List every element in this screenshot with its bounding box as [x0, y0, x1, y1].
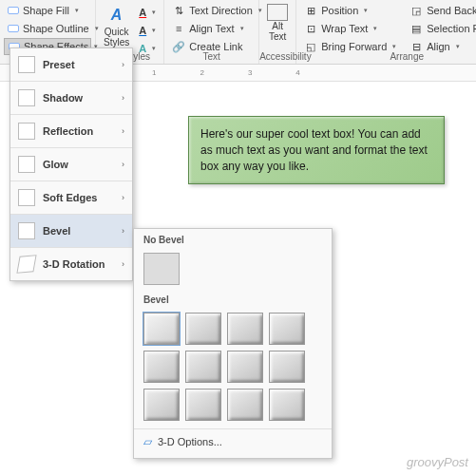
bevel-swatch[interactable] — [143, 313, 180, 345]
bevel-swatch[interactable] — [227, 389, 263, 421]
bevel-swatch[interactable] — [269, 313, 305, 345]
no-bevel-swatch[interactable] — [143, 253, 180, 285]
ruler-mark: 1 — [152, 68, 156, 77]
preset-icon — [18, 56, 35, 73]
quick-styles-label: Quick Styles — [104, 27, 129, 48]
accessibility-group: Alt Text Accessibility — [259, 0, 296, 64]
preset-menu-item[interactable]: Preset› — [10, 48, 132, 81]
chevron-right-icon: › — [122, 259, 124, 269]
3d-options-label: 3-D Options... — [158, 436, 222, 447]
text-group-label: Text — [164, 51, 258, 62]
3d-rotation-label: 3-D Rotation — [43, 258, 105, 270]
text-group: ⇅Text Direction ≡Align Text 🔗Create Link… — [164, 0, 259, 64]
text-direction-label: Text Direction — [189, 5, 253, 16]
bevel-swatch[interactable] — [143, 351, 180, 383]
wrap-text-icon: ⊡ — [304, 22, 317, 35]
text-box-shape[interactable]: Here's our super cool text box! You can … — [188, 116, 445, 184]
align-text-label: Align Text — [189, 23, 235, 34]
align-text-icon: ≡ — [172, 22, 185, 35]
bevel-submenu: No Bevel Bevel 3-D Options... — [133, 228, 333, 459]
selection-pane-button[interactable]: ▤Selection Pane — [406, 20, 476, 37]
quick-styles-icon: A — [105, 4, 128, 27]
text-box-content: Here's our super cool text box! You can … — [200, 127, 428, 173]
chevron-right-icon: › — [122, 226, 124, 236]
soft-edges-icon — [18, 189, 35, 206]
shadow-icon — [18, 89, 35, 106]
soft-edges-menu-item[interactable]: Soft Edges› — [10, 181, 132, 214]
arrange-group-label: Arrange — [296, 51, 476, 62]
shadow-label: Shadow — [43, 92, 83, 104]
glow-icon — [18, 156, 35, 173]
glow-label: Glow — [43, 159, 68, 170]
position-button[interactable]: ⊞Position — [300, 2, 400, 19]
soft-edges-label: Soft Edges — [43, 192, 97, 203]
bevel-menu-item[interactable]: Bevel› — [10, 215, 132, 247]
shape-fill-icon — [8, 7, 19, 14]
chevron-right-icon: › — [122, 126, 124, 136]
3d-rotation-menu-item[interactable]: 3-D Rotation› — [10, 248, 132, 280]
send-backward-label: Send Backward — [427, 5, 476, 16]
position-label: Position — [321, 5, 358, 16]
no-bevel-header: No Bevel — [134, 229, 332, 249]
chevron-right-icon: › — [122, 60, 124, 69]
shape-fill-button[interactable]: Shape Fill — [4, 2, 91, 19]
bevel-swatch-grid — [134, 309, 332, 428]
selection-pane-label: Selection Pane — [427, 23, 476, 34]
text-fill-button[interactable]: A — [135, 4, 160, 21]
send-backward-button[interactable]: ◲Send Backward — [406, 2, 476, 19]
shape-outline-icon — [8, 25, 19, 32]
bevel-swatch[interactable] — [227, 351, 263, 383]
bevel-swatch[interactable] — [227, 313, 263, 345]
send-backward-icon: ◲ — [409, 4, 423, 17]
accessibility-group-label: Accessibility — [259, 51, 295, 62]
bevel-icon — [18, 222, 35, 239]
rotation-icon — [16, 255, 36, 274]
bevel-label: Bevel — [43, 225, 70, 237]
shape-fill-label: Shape Fill — [23, 5, 69, 16]
arrange-group: ⊞Position ⊡Wrap Text ◱Bring Forward ◲Sen… — [296, 0, 476, 64]
ruler-mark: 4 — [295, 68, 299, 77]
bevel-swatch[interactable] — [143, 389, 180, 421]
chevron-right-icon: › — [122, 193, 124, 202]
bevel-swatch[interactable] — [269, 389, 305, 421]
wrap-text-button[interactable]: ⊡Wrap Text — [300, 20, 400, 37]
glow-menu-item[interactable]: Glow› — [10, 148, 132, 180]
shape-outline-button[interactable]: Shape Outline — [4, 20, 91, 37]
bevel-swatch[interactable] — [185, 351, 221, 383]
wrap-text-label: Wrap Text — [321, 23, 368, 34]
reflection-label: Reflection — [43, 125, 93, 137]
align-text-button[interactable]: ≡Align Text — [168, 20, 255, 37]
text-direction-button[interactable]: ⇅Text Direction — [168, 2, 255, 19]
position-icon: ⊞ — [304, 4, 317, 17]
preset-label: Preset — [43, 59, 75, 70]
alt-text-button[interactable]: Alt Text — [263, 2, 292, 44]
reflection-menu-item[interactable]: Reflection› — [10, 115, 132, 147]
watermark: groovyPost — [407, 455, 468, 469]
shadow-menu-item[interactable]: Shadow› — [10, 82, 132, 114]
alt-text-icon — [267, 4, 288, 21]
bevel-header: Bevel — [134, 289, 332, 309]
bevel-swatch[interactable] — [185, 389, 221, 421]
chevron-right-icon: › — [122, 160, 124, 169]
text-direction-icon: ⇅ — [172, 4, 185, 17]
ruler-mark: 2 — [200, 68, 203, 77]
shape-effects-menu: Preset› Shadow› Reflection› Glow› Soft E… — [10, 48, 133, 281]
alt-text-label: Alt Text — [269, 21, 286, 42]
text-fill-icon: A — [139, 7, 146, 18]
text-outline-icon: A — [139, 25, 146, 36]
text-outline-button[interactable]: A — [135, 22, 160, 39]
selection-pane-icon: ▤ — [409, 22, 423, 35]
3d-options-menu-item[interactable]: 3-D Options... — [134, 428, 332, 454]
bevel-swatch[interactable] — [185, 313, 221, 345]
ruler-mark: 3 — [248, 68, 252, 77]
bevel-swatch[interactable] — [269, 351, 305, 383]
reflection-icon — [18, 123, 35, 140]
chevron-right-icon: › — [122, 93, 124, 103]
shape-outline-label: Shape Outline — [23, 23, 89, 34]
